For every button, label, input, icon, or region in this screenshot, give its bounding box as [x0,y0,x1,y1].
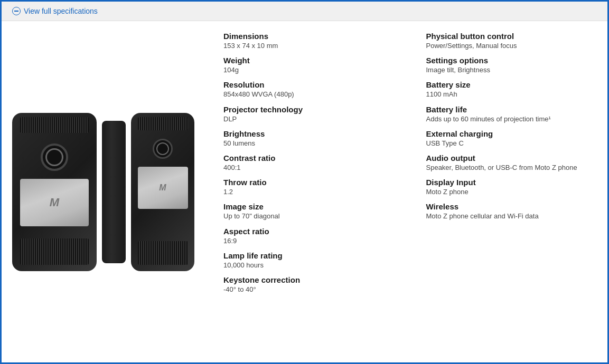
spec-value-left-0: 153 x 74 x 10 mm [223,41,395,51]
spec-label-left-2: Resolution [223,80,395,89]
spec-item-right-6: Display Input Moto Z phone [426,178,597,197]
top-bar: View full specifications [2,2,607,21]
top-grille-1 [20,117,89,133]
motorola-logo-3: M [159,183,166,193]
spec-value-left-8: 16:9 [223,236,395,246]
top-grille-3 [138,117,188,130]
spec-label-left-0: Dimensions [223,32,395,41]
device-image-2-side [102,121,126,263]
spec-value-right-2: 1100 mAh [426,90,597,99]
lens-circle-1 [41,143,68,171]
spec-label-right-2: Battery size [426,80,597,89]
spec-value-right-0: Power/Settings, Manual focus [426,41,597,51]
spec-value-right-5: Speaker, Bluetooth, or USB-C from Moto Z… [426,163,597,173]
spec-label-right-7: Wireless [426,202,597,211]
spec-value-left-6: 1.2 [223,187,395,197]
spec-item-left-6: Throw ratio 1.2 [223,178,395,197]
spec-value-right-4: USB Type C [426,139,597,148]
minus-line [14,11,18,12]
spec-item-left-7: Image size Up to 70" diagonal [223,202,395,221]
view-specs-link[interactable]: View full specifications [12,7,98,15]
spec-item-left-5: Contrast ratio 400:1 [223,154,395,173]
lens-circle-3 [153,139,173,159]
specs-column-left: Dimensions 153 x 74 x 10 mm Weight 104g … [223,32,395,352]
spec-item-left-1: Weight 104g [223,56,395,75]
middle-panel-3: M [138,167,188,209]
spec-label-right-6: Display Input [426,178,597,187]
spec-value-right-6: Moto Z phone [426,187,597,197]
spec-label-left-7: Image size [223,202,395,211]
spec-value-left-9: 10,000 hours [223,261,395,270]
spec-label-right-3: Battery life [426,105,597,114]
spec-item-right-2: Battery size 1100 mAh [426,80,597,99]
spec-value-left-5: 400:1 [223,163,395,173]
spec-item-left-0: Dimensions 153 x 74 x 10 mm [223,32,395,51]
view-specs-label: View full specifications [24,7,98,15]
spec-label-left-1: Weight [223,56,395,65]
spec-item-right-3: Battery life Adds up to 60 minutes of pr… [426,105,597,124]
spec-item-left-4: Brightness 50 lumens [223,129,395,148]
spec-value-left-3: DLP [223,114,395,124]
spec-label-left-6: Throw ratio [223,178,395,187]
spec-item-left-10: Keystone correction -40° to 40° [223,275,395,294]
spec-item-right-0: Physical button control Power/Settings, … [426,32,597,51]
specs-section: Dimensions 153 x 74 x 10 mm Weight 104g … [223,32,597,352]
specs-column-right: Physical button control Power/Settings, … [426,32,597,352]
spec-value-right-1: Image tilt, Brightness [426,65,597,75]
minus-circle-icon [12,7,21,15]
main-content: M M Dimensions 153 x 74 x 10 mm Weight [2,21,607,362]
spec-label-left-5: Contrast ratio [223,154,395,162]
device-image-3: M [131,113,194,271]
middle-panel-1: M [20,179,89,226]
spec-value-right-7: Moto Z phone cellular and Wi-Fi data [426,212,597,221]
spec-value-left-10: -40° to 40° [223,285,395,294]
spec-item-left-9: Lamp life rating 10,000 hours [223,251,395,270]
spec-label-right-1: Settings options [426,56,597,65]
spec-label-left-9: Lamp life rating [223,251,395,260]
spec-label-left-10: Keystone correction [223,275,395,284]
spec-item-left-3: Projector technology DLP [223,105,395,124]
spec-item-right-1: Settings options Image tilt, Brightness [426,56,597,75]
spec-value-left-7: Up to 70" diagonal [223,212,395,221]
spec-item-right-5: Audio output Speaker, Bluetooth, or USB-… [426,154,597,173]
main-frame: View full specifications M M [0,0,609,364]
spec-value-left-2: 854x480 WVGA (480p) [223,90,395,99]
spec-value-right-3: Adds up to 60 minutes of projection time… [426,114,597,124]
spec-label-right-0: Physical button control [426,32,597,41]
spec-label-left-8: Aspect ratio [223,227,395,236]
spec-label-left-3: Projector technology [223,105,395,114]
device-image-1: M [12,113,97,271]
spec-value-left-1: 104g [223,65,395,75]
spec-item-left-2: Resolution 854x480 WVGA (480p) [223,80,395,99]
images-section: M M [12,32,213,352]
spec-item-right-4: External charging USB Type C [426,129,597,148]
spec-value-left-4: 50 lumens [223,139,395,148]
spec-item-left-8: Aspect ratio 16:9 [223,227,395,246]
spec-label-right-4: External charging [426,129,597,138]
bottom-grille-1 [20,238,89,265]
spec-label-left-4: Brightness [223,129,395,138]
spec-label-right-5: Audio output [426,154,597,162]
bottom-grille-3 [138,241,188,265]
spec-item-right-7: Wireless Moto Z phone cellular and Wi-Fi… [426,202,597,221]
motorola-logo-1: M [50,196,59,209]
